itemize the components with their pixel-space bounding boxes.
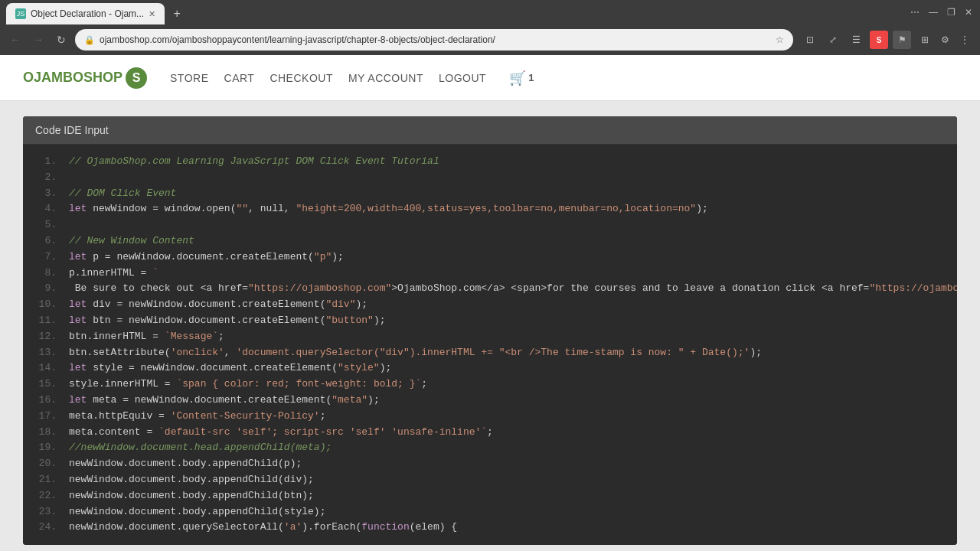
address-actions: ☆ xyxy=(776,34,784,45)
code-line-1: 1. // OjamboShop.com Learning JavaScript… xyxy=(23,154,957,170)
addressbar-row: ← → ↻ 🔒 ojamboshop.com/ojamboshoppaycont… xyxy=(0,24,980,55)
refresh-button[interactable]: ↻ xyxy=(52,31,70,49)
tab-close-button[interactable]: ✕ xyxy=(149,9,155,19)
nav-logout[interactable]: LOGOUT xyxy=(439,72,486,84)
more-options-icon[interactable]: ⋮ xyxy=(956,31,974,49)
code-line-20: 20. newWindow.document.body.appendChild(… xyxy=(23,456,957,472)
main-content: Code IDE Input 1. // OjamboShop.com Lear… xyxy=(0,101,980,551)
share-icon[interactable]: ⤢ xyxy=(824,31,842,49)
screen-cast-icon[interactable]: ⊡ xyxy=(801,31,819,49)
new-tab-button[interactable]: + xyxy=(168,5,186,23)
code-line-2: 2. xyxy=(23,170,957,186)
lock-icon: 🔒 xyxy=(84,35,95,45)
sidebar-icons: ⊞ ⚙ ⋮ xyxy=(916,31,974,49)
url-text: ojamboshop.com/ojamboshoppaycontent/lear… xyxy=(100,34,771,45)
code-ide-body[interactable]: 1. // OjamboShop.com Learning JavaScript… xyxy=(23,145,957,545)
extension-icons: ⊡ ⤢ ☰ S ⚑ xyxy=(801,31,911,49)
active-tab[interactable]: JS Object Declaration - Ojam... ✕ xyxy=(6,3,165,24)
window-close-icon[interactable]: ✕ xyxy=(965,7,972,18)
logo-icon: S xyxy=(126,67,147,89)
nav-my-account[interactable]: MY ACCOUNT xyxy=(348,72,423,84)
code-line-11: 11. let btn = newWindow.document.createE… xyxy=(23,313,957,329)
code-line-4: 4. let newWindow = window.open("", null,… xyxy=(23,201,957,217)
cart-bag-icon: 🛒 xyxy=(509,70,526,86)
cart-count: 1 xyxy=(528,72,534,83)
code-line-18: 18. meta.content = `default-src 'self'; … xyxy=(23,425,957,441)
nav-checkout[interactable]: CHECKOUT xyxy=(270,72,333,84)
code-line-13: 13. btn.setAttribute('onclick', 'documen… xyxy=(23,345,957,361)
settings-icon[interactable]: ⚙ xyxy=(936,31,954,49)
code-line-9: 9. Be sure to check out <a href="https:/… xyxy=(23,281,957,297)
address-bar[interactable]: 🔒 ojamboshop.com/ojamboshoppaycontent/le… xyxy=(75,29,793,51)
code-line-16: 16. let meta = newWindow.document.create… xyxy=(23,393,957,409)
tab-title: Object Declaration - Ojam... xyxy=(31,8,144,19)
sidebar-toggle-icon[interactable]: ⊞ xyxy=(916,31,934,49)
code-line-24: 24. newWindow.document.querySelectorAll(… xyxy=(23,520,957,536)
code-ide: Code IDE Input 1. // OjamboShop.com Lear… xyxy=(23,116,957,545)
cart-widget[interactable]: 🛒 1 xyxy=(509,70,534,86)
code-line-23: 23. newWindow.document.body.appendChild(… xyxy=(23,504,957,520)
nav-cart[interactable]: CART xyxy=(224,72,255,84)
code-ide-header: Code IDE Input xyxy=(23,116,957,145)
code-line-10: 10. let div = newWindow.document.createE… xyxy=(23,297,957,313)
back-button[interactable]: ← xyxy=(6,31,24,49)
code-line-19: 19. //newWindow.document.head.appendChil… xyxy=(23,440,957,456)
window-controls: ⋯ — ❐ ✕ xyxy=(909,7,974,18)
window-minimize-icon[interactable]: — xyxy=(929,7,938,18)
nav-links: STORE CART CHECKOUT MY ACCOUNT LOGOUT xyxy=(170,72,486,84)
nav-store[interactable]: STORE xyxy=(170,72,208,84)
code-line-21: 21. newWindow.document.body.appendChild(… xyxy=(23,472,957,488)
tab-favicon: JS xyxy=(15,8,26,19)
code-line-14: 14. let style = newWindow.document.creat… xyxy=(23,360,957,377)
code-line-15: 15. style.innerHTML = `span { color: red… xyxy=(23,377,957,393)
code-line-17: 17. meta.httpEquiv = 'Content-Security-P… xyxy=(23,409,957,425)
extension-2-icon[interactable]: ⚑ xyxy=(893,31,911,49)
code-line-22: 22. newWindow.document.body.appendChild(… xyxy=(23,488,957,504)
browser-window: JS Object Declaration - Ojam... ✕ + ⋯ — … xyxy=(0,0,980,551)
tab-area: JS Object Declaration - Ojam... ✕ + xyxy=(6,2,186,23)
window-restore-icon[interactable]: ❐ xyxy=(947,7,956,18)
extension-1-icon[interactable]: S xyxy=(870,31,888,49)
site-navigation: OJAMBOSHOP S STORE CART CHECKOUT MY ACCO… xyxy=(0,55,980,101)
code-line-5: 5. xyxy=(23,217,957,233)
read-mode-icon[interactable]: ☰ xyxy=(847,31,865,49)
code-line-7: 7. let p = newWindow.document.createElem… xyxy=(23,249,957,266)
code-line-8: 8. p.innerHTML = ` xyxy=(23,266,957,282)
bookmark-icon[interactable]: ☆ xyxy=(776,34,784,45)
logo-text: OJAMBOSHOP xyxy=(23,70,122,86)
titlebar: JS Object Declaration - Ojam... ✕ + ⋯ — … xyxy=(0,0,980,24)
code-line-6: 6. // New Window Content xyxy=(23,233,957,249)
code-line-3: 3. // DOM Click Event xyxy=(23,186,957,202)
window-menu-icon: ⋯ xyxy=(910,7,920,18)
site-logo[interactable]: OJAMBOSHOP S xyxy=(23,67,147,89)
forward-button[interactable]: → xyxy=(29,31,47,49)
code-line-12: 12. btn.innerHTML = `Message`; xyxy=(23,329,957,345)
